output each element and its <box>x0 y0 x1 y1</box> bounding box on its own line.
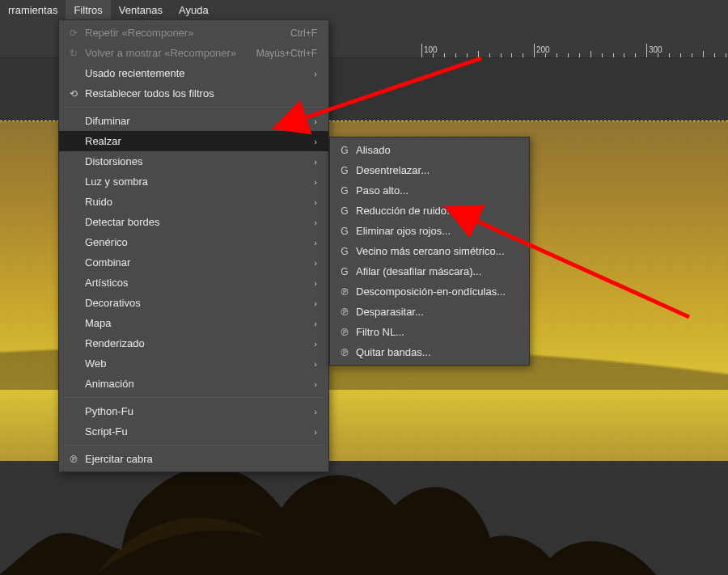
menu-ayuda[interactable]: Ayuda <box>171 0 217 19</box>
submenu-item-desentrelazar[interactable]: G Desentrelazar... <box>330 160 529 180</box>
menu-item-generico[interactable]: Genérico › <box>59 232 328 252</box>
submenu-item-quitar-bandas[interactable]: ℗ Quitar bandas... <box>330 342 529 362</box>
chevron-right-icon: › <box>306 218 317 227</box>
gegl-icon: G <box>336 145 353 156</box>
menu-item-volver-mostrar[interactable]: ↻ Volver a mostrar «Recomponer» Mayús+Ct… <box>59 43 328 63</box>
goat-icon: ℗ <box>66 454 82 465</box>
gegl-icon: G <box>336 226 353 237</box>
menu-item-label: Volver a mostrar «Recomponer» <box>82 47 240 59</box>
submenu-item-paso-alto[interactable]: G Paso alto... <box>330 180 529 201</box>
chevron-right-icon: › <box>306 339 317 349</box>
menu-item-label: Python-Fu <box>82 405 306 417</box>
chevron-right-icon: › <box>306 278 317 288</box>
menu-item-label: Renderizado <box>82 337 306 349</box>
menu-item-ejercitar-cabra[interactable]: ℗ Ejercitar cabra <box>59 449 328 469</box>
menu-item-label: Quitar bandas... <box>353 346 518 358</box>
menu-item-label: Luz y sombra <box>82 175 306 188</box>
menu-item-label: Difuminar <box>82 115 306 127</box>
menu-item-luz-sombra[interactable]: Luz y sombra › <box>59 171 328 192</box>
submenu-item-alisado[interactable]: G Alisado <box>330 140 529 160</box>
menubar: rramientas Filtros Ventanas Ayuda <box>0 0 728 19</box>
chevron-right-icon: › <box>306 359 317 369</box>
reset-icon: ⟲ <box>66 88 82 99</box>
chevron-right-icon: › <box>306 258 317 268</box>
chevron-right-icon: › <box>306 69 317 78</box>
menu-item-animacion[interactable]: Animación › <box>59 374 328 394</box>
menu-item-label: Vecino más cercano simétrico... <box>353 245 518 257</box>
menu-item-combinar[interactable]: Combinar › <box>59 252 328 273</box>
menu-item-label: Web <box>82 357 306 370</box>
menu-item-ruido[interactable]: Ruido › <box>59 192 328 212</box>
chevron-right-icon: › <box>306 427 317 437</box>
menu-ventanas[interactable]: Ventanas <box>111 0 171 19</box>
menu-item-restablecer[interactable]: ⟲ Restablecer todos los filtros <box>59 83 328 104</box>
submenu-item-ojos-rojos[interactable]: G Eliminar ojos rojos... <box>330 221 529 241</box>
chevron-right-icon: › <box>306 157 317 167</box>
menu-item-artisticos[interactable]: Artísticos › <box>59 273 328 293</box>
menu-item-label: Alisado <box>353 144 518 156</box>
ruler-label: 300 <box>649 45 662 54</box>
submenu-item-ondiculas[interactable]: ℗ Descomposición-en-ondículas... <box>330 281 529 302</box>
chevron-right-icon: › <box>306 137 317 146</box>
chevron-right-icon: › <box>306 197 317 207</box>
realzar-submenu: G Alisado G Desentrelazar... G Paso alto… <box>329 137 530 366</box>
chevron-right-icon: › <box>306 116 317 126</box>
ruler-tick: 200 <box>534 44 535 58</box>
chevron-right-icon: › <box>306 319 317 328</box>
menu-item-detectar-bordes[interactable]: Detectar bordes › <box>59 212 328 232</box>
menu-item-label: Reducción de ruido... <box>353 205 518 217</box>
menu-item-accel: Ctrl+F <box>274 27 317 39</box>
plugin-icon: ℗ <box>336 347 353 358</box>
menu-item-label: Paso alto... <box>353 184 518 197</box>
menu-herramientas[interactable]: rramientas <box>0 0 66 19</box>
menu-item-difuminar[interactable]: Difuminar › <box>59 111 328 131</box>
repeat-icon: ⟳ <box>66 27 82 39</box>
menu-item-label: Artísticos <box>82 277 306 289</box>
menu-item-usado-recientemente[interactable]: Usado recientemente › <box>59 63 328 83</box>
menu-item-label: Decorativos <box>82 297 306 309</box>
gegl-icon: G <box>336 266 353 277</box>
chevron-right-icon: › <box>306 407 317 416</box>
menu-item-decorativos[interactable]: Decorativos › <box>59 293 328 313</box>
menu-item-label: Afilar (desafilar máscara)... <box>353 265 518 277</box>
menu-item-label: Detectar bordes <box>82 216 306 228</box>
ruler-label: 200 <box>536 45 550 54</box>
ruler-tick: 100 <box>421 44 422 58</box>
menu-item-label: Genérico <box>82 236 306 248</box>
menu-separator <box>64 397 324 398</box>
menu-item-web[interactable]: Web › <box>59 353 328 374</box>
chevron-right-icon: › <box>306 238 317 247</box>
plugin-icon: ℗ <box>336 327 353 338</box>
menu-item-repetir[interactable]: ⟳ Repetir «Recomponer» Ctrl+F <box>59 23 328 43</box>
menu-item-renderizado[interactable]: Renderizado › <box>59 333 328 353</box>
menu-filtros[interactable]: Filtros <box>66 0 110 19</box>
foreground-silhouette <box>0 461 728 575</box>
submenu-item-filtro-nl[interactable]: ℗ Filtro NL... <box>330 322 529 342</box>
plugin-icon: ℗ <box>336 307 353 318</box>
menu-separator <box>64 445 324 446</box>
gegl-icon: G <box>336 205 353 217</box>
gegl-icon: G <box>336 246 353 257</box>
submenu-item-afilar[interactable]: G Afilar (desafilar máscara)... <box>330 261 529 281</box>
reshow-icon: ↻ <box>66 48 82 59</box>
menu-item-realzar[interactable]: Realzar › <box>59 131 328 151</box>
submenu-item-reduccion-ruido[interactable]: G Reducción de ruido... <box>330 201 529 221</box>
ruler-tick <box>703 51 704 58</box>
menu-item-label: Desparasitar... <box>353 306 518 318</box>
menu-item-python-fu[interactable]: Python-Fu › <box>59 401 328 421</box>
menu-item-accel: Mayús+Ctrl+F <box>240 48 317 59</box>
chevron-right-icon: › <box>306 177 317 187</box>
plugin-icon: ℗ <box>336 286 353 298</box>
submenu-item-desparasitar[interactable]: ℗ Desparasitar... <box>330 302 529 322</box>
menu-item-label: Filtro NL... <box>353 326 518 338</box>
filters-menu: ⟳ Repetir «Recomponer» Ctrl+F ↻ Volver a… <box>58 19 329 472</box>
menu-item-label: Combinar <box>82 256 306 268</box>
menu-item-script-fu[interactable]: Script-Fu › <box>59 421 328 442</box>
menu-item-label: Animación <box>82 378 306 390</box>
menu-item-mapa[interactable]: Mapa › <box>59 313 328 333</box>
menu-item-label: Restablecer todos los filtros <box>82 87 317 99</box>
menu-item-distorsiones[interactable]: Distorsiones › <box>59 151 328 171</box>
menu-item-label: Script-Fu <box>82 425 306 438</box>
submenu-item-vecino-simetrico[interactable]: G Vecino más cercano simétrico... <box>330 241 529 261</box>
menu-item-label: Ruido <box>82 196 306 208</box>
